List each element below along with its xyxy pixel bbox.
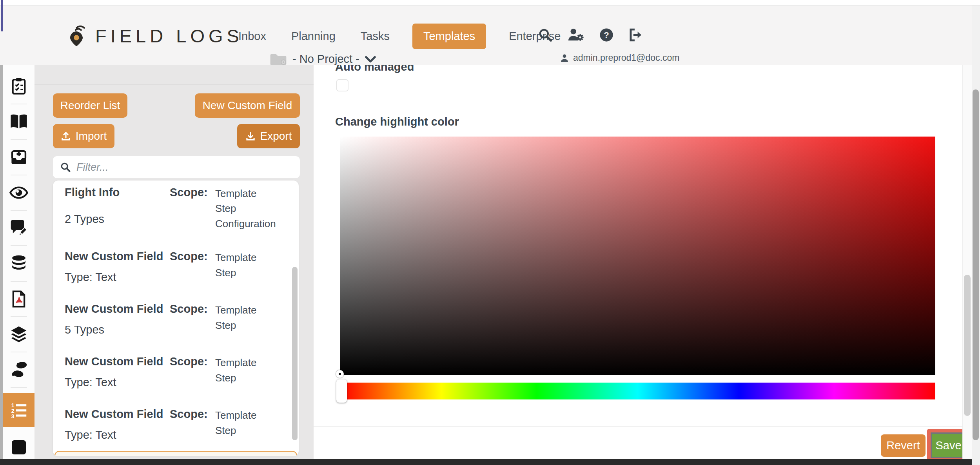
sidebar-icon-numbered-list-active[interactable]: 123	[3, 393, 34, 427]
save-button[interactable]: Save	[932, 434, 962, 457]
custom-fields-list: Flight Info Scope: TemplateStepConfigura…	[53, 181, 299, 456]
sidebar-icon-footsteps[interactable]	[3, 358, 34, 381]
user-account[interactable]: admin.preprod1@doc.com	[560, 53, 679, 63]
reorder-list-button[interactable]: Reorder List	[53, 93, 127, 118]
sidebar-divider	[11, 387, 27, 388]
panel-divider	[34, 84, 314, 85]
scope-values: TemplateStep	[210, 355, 296, 389]
chevron-down-icon	[365, 55, 376, 63]
field-subtitle: Type: Text	[65, 376, 170, 389]
project-selector[interactable]: - No Project -	[270, 53, 376, 66]
scope-label: Scope:	[170, 355, 210, 368]
save-highlight-frame: Save	[927, 429, 962, 459]
new-custom-field-button[interactable]: New Custom Field	[195, 93, 300, 118]
scope-label: Scope:	[170, 408, 210, 421]
field-subtitle: Type: Text	[65, 271, 170, 284]
user-email: admin.preprod1@doc.com	[573, 53, 679, 63]
sidebar-divider	[11, 352, 27, 352]
sidebar-icon-eye[interactable]	[3, 181, 34, 204]
sidebar-icon-database[interactable]	[3, 252, 34, 275]
list-scrollbar-thumb[interactable]	[292, 267, 298, 440]
project-name: - No Project -	[292, 53, 359, 66]
field-subtitle: Type: Text	[65, 429, 170, 441]
sidebar-icon-checklist[interactable]	[3, 75, 34, 98]
user-settings-icon[interactable]	[567, 27, 585, 42]
window-left-edge	[0, 31, 3, 459]
sidebar-divider	[11, 104, 27, 104]
export-label: Export	[260, 130, 292, 142]
field-row[interactable]: New Custom Field Scope: TemplateStep 5 T…	[53, 293, 299, 346]
field-row[interactable]: New Custom Field Scope: TemplateStep Typ…	[53, 241, 299, 293]
download-icon	[245, 131, 256, 141]
export-button[interactable]: Export	[237, 124, 300, 148]
import-button[interactable]: Import	[53, 124, 114, 148]
scope-values: TemplateStepConfiguration	[210, 186, 296, 231]
field-row-selected[interactable]: New Custom Field Scope: TemplateStep Typ…	[54, 451, 297, 456]
field-title: New Custom Field	[65, 408, 170, 421]
brand-name: FIELD LOGS	[95, 25, 243, 47]
sidebar-divider	[11, 139, 27, 140]
color-saturation-area[interactable]	[340, 137, 935, 375]
field-subtitle: 2 Types	[65, 213, 170, 232]
module-sidebar: 123	[3, 65, 34, 459]
content-scrollbar-thumb[interactable]	[964, 275, 971, 416]
sidebar-icon-square[interactable]	[3, 436, 34, 459]
project-folder-icon	[270, 53, 287, 66]
app-header: FIELD LOGS Inbox Planning Tasks Template…	[0, 5, 980, 65]
sidebar-icon-layers[interactable]	[3, 323, 34, 346]
auto-managed-checkbox[interactable]	[336, 79, 348, 91]
nav-planning[interactable]: Planning	[289, 24, 338, 48]
browser-top-strip	[0, 0, 980, 5]
scope-label: Scope:	[170, 250, 210, 263]
scope-values: TemplateStep	[210, 303, 296, 336]
hue-slider-handle[interactable]	[336, 379, 347, 403]
window-scrollbar-thumb[interactable]	[973, 89, 979, 440]
color-cursor[interactable]	[336, 370, 344, 378]
brand-logo[interactable]: FIELD LOGS	[69, 24, 243, 47]
logout-icon[interactable]	[628, 27, 644, 42]
field-editor: Auto managed Change highlight color Reve…	[314, 65, 962, 459]
sidebar-divider	[11, 245, 27, 246]
auto-managed-label: Auto managed	[335, 65, 414, 73]
sidebar-icon-comment-edit[interactable]	[3, 216, 34, 240]
field-row[interactable]: New Custom Field Scope: TemplateStep Typ…	[53, 346, 299, 398]
hue-slider[interactable]	[340, 383, 935, 399]
sidebar-icon-logbook[interactable]	[3, 110, 34, 133]
header-actions: ?	[538, 27, 644, 42]
sidebar-icon-inbox-tray[interactable]	[3, 146, 34, 169]
highlight-color-label: Change highlight color	[335, 115, 459, 128]
sidebar-icon-pdf-file[interactable]	[3, 287, 34, 311]
nav-tasks[interactable]: Tasks	[358, 24, 392, 48]
content-scrollbar[interactable]	[962, 65, 972, 459]
left-accent-line	[1, 0, 3, 31]
svg-text:?: ?	[604, 30, 609, 40]
field-title: New Custom Field	[65, 250, 170, 263]
revert-button[interactable]: Revert	[881, 434, 926, 457]
filter-field	[53, 156, 300, 178]
sidebar-divider	[11, 316, 27, 317]
upload-icon	[61, 131, 71, 141]
scope-values: TemplateStep	[210, 250, 296, 284]
search-icon[interactable]	[538, 27, 553, 42]
help-icon[interactable]: ?	[599, 27, 614, 42]
nav-inbox[interactable]: Inbox	[236, 24, 269, 48]
field-subtitle: 5 Types	[65, 323, 170, 336]
scope-values: TemplateStep	[210, 408, 296, 441]
import-label: Import	[76, 130, 107, 142]
svg-text:3: 3	[11, 413, 15, 418]
nav-templates[interactable]: Templates	[412, 24, 486, 49]
main-nav: Inbox Planning Tasks Templates Enterpris…	[236, 24, 563, 49]
sidebar-divider	[11, 281, 27, 282]
map-pin-wifi-icon	[69, 24, 89, 47]
scope-label: Scope:	[170, 303, 210, 315]
window-scrollbar[interactable]	[972, 5, 980, 465]
sidebar-divider	[11, 210, 27, 211]
field-row-flight-info[interactable]: Flight Info Scope: TemplateStepConfigura…	[53, 181, 299, 241]
user-icon	[560, 53, 569, 63]
footer-divider	[314, 426, 962, 427]
field-row[interactable]: New Custom Field Scope: TemplateStep Typ…	[53, 398, 299, 451]
field-title: New Custom Field	[65, 355, 170, 368]
search-icon	[60, 162, 71, 173]
filter-input[interactable]	[76, 161, 293, 173]
bottom-dock-bar	[0, 459, 972, 465]
